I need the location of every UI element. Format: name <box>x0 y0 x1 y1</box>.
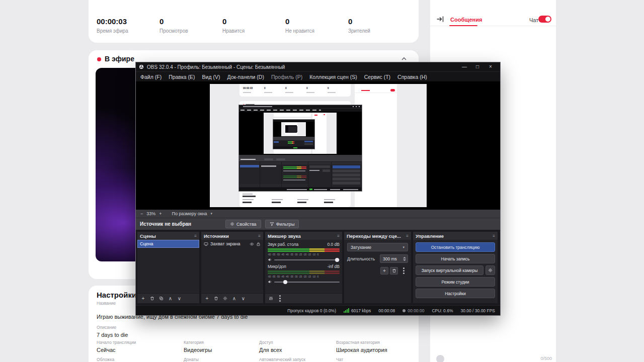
zoom-in-button[interactable]: + <box>159 211 162 216</box>
speaker-icon[interactable] <box>268 257 272 262</box>
source-item[interactable]: Захват экрана <box>201 240 263 248</box>
source-properties-button[interactable] <box>221 295 229 302</box>
preview-shape <box>361 90 370 91</box>
dock-menu-icon[interactable]: ≡ <box>337 234 340 238</box>
menu-help[interactable]: Справка (H) <box>394 74 431 80</box>
preview-shape <box>243 199 254 200</box>
dock-title: Сцены <box>140 233 156 239</box>
move-scene-up-button[interactable]: ∧ <box>166 295 175 302</box>
minimize-button[interactable]: — <box>458 62 471 71</box>
collapse-panel-icon[interactable] <box>436 15 444 23</box>
chevron-down-icon[interactable]: ▾ <box>211 212 213 216</box>
menu-view[interactable]: Вид (V) <box>199 74 224 80</box>
maximize-button[interactable]: □ <box>471 62 484 71</box>
transition-more-button[interactable] <box>399 267 408 275</box>
dock-title: Переходы между сце... <box>347 233 401 239</box>
remove-transition-button[interactable] <box>390 267 398 275</box>
preview-shape <box>333 173 360 176</box>
preview-shape <box>260 162 281 164</box>
move-scene-down-button[interactable]: ∨ <box>175 295 184 302</box>
preview-shape <box>323 169 330 172</box>
transition-select[interactable]: Затухание ▾ <box>347 243 408 251</box>
bitrate-text: 6017 kbps <box>351 308 371 313</box>
move-source-down-button[interactable]: ∨ <box>239 295 248 302</box>
lock-icon[interactable] <box>256 242 261 246</box>
add-scene-button[interactable]: + <box>139 295 147 302</box>
zoom-fit-select[interactable]: По размеру окна <box>172 211 207 216</box>
stop-streaming-button[interactable]: Остановить трансляцию <box>416 242 495 252</box>
zoom-out-button[interactable]: − <box>140 211 143 216</box>
field-value[interactable]: 7 days to die <box>97 332 128 338</box>
field-start-time: Начало трансляции Сейчас <box>97 340 136 353</box>
scene-item-selected[interactable]: Сцена <box>137 240 199 248</box>
advanced-audio-button[interactable] <box>267 295 275 302</box>
add-source-button[interactable]: + <box>203 295 211 302</box>
dock-menu-icon[interactable]: ≡ <box>258 234 261 238</box>
menu-edit[interactable]: Правка (E) <box>165 74 198 80</box>
menu-scene-collection[interactable]: Коллекция сцен (S) <box>306 74 361 80</box>
arrow-down-icon[interactable] <box>403 259 406 261</box>
preview-shape <box>287 189 307 190</box>
field-value[interactable]: Для всех <box>259 347 282 353</box>
duplicate-scene-button[interactable] <box>157 295 166 302</box>
virtual-camera-config-button[interactable] <box>486 265 495 275</box>
obs-preview-image: 00:00:03 0 0 0 0 <box>210 84 427 207</box>
fps-text: 30.00 / 30.00 FPS <box>460 308 495 313</box>
scenes-dock: Сцены ≡ Сцена + ∧ ∨ <box>137 231 200 304</box>
meter-scale: -60 -55 -50 -45 -40 -35 -30 -25 -20 -15 … <box>268 253 340 256</box>
dock-menu-icon[interactable]: ≡ <box>194 234 197 238</box>
stats-row: 00:00:03 Время эфира 0 Просмотров 0 Нрав… <box>97 17 411 34</box>
mixer-more-button[interactable] <box>276 295 284 302</box>
start-recording-button[interactable]: Начать запись <box>416 254 495 263</box>
slider-handle[interactable] <box>283 280 287 284</box>
spinner-arrows[interactable] <box>401 257 408 261</box>
arrow-up-icon[interactable] <box>403 257 406 258</box>
collapse-section-icon[interactable] <box>400 55 408 62</box>
menu-profile[interactable]: Профиль (P) <box>268 74 306 80</box>
filters-button[interactable]: Фильтры <box>265 220 299 228</box>
preview-shape <box>333 177 360 180</box>
settings-button[interactable]: Настройки <box>416 289 495 298</box>
stat-value: 0 <box>222 17 285 26</box>
scenes-dock-header[interactable]: Сцены ≡ <box>137 232 199 240</box>
add-transition-button[interactable]: + <box>380 267 388 275</box>
remove-source-button[interactable] <box>212 295 220 302</box>
volume-slider[interactable] <box>274 259 340 260</box>
menu-file[interactable]: Файл (F) <box>137 74 165 80</box>
dock-menu-icon[interactable]: ≡ <box>406 234 409 238</box>
menu-tools[interactable]: Сервис (T) <box>361 74 394 80</box>
mixer-dock-header[interactable]: Микшер звука ≡ <box>265 232 342 240</box>
speaker-icon[interactable] <box>268 280 272 284</box>
chat-toggle[interactable] <box>538 16 551 23</box>
field-value[interactable]: Сейчас <box>97 347 136 353</box>
remove-scene-button[interactable] <box>148 295 156 302</box>
preview-shape: 0 <box>264 87 266 89</box>
menu-docks[interactable]: Док-панели (D) <box>223 74 267 80</box>
transitions-dock: Переходы между сце... ≡ Затухание ▾ Длит… <box>344 231 412 304</box>
sources-dock-header[interactable]: Источники ≡ <box>201 232 263 240</box>
close-button[interactable]: × <box>484 62 497 71</box>
controls-body: Остановить трансляцию Начать запись Запу… <box>413 240 498 303</box>
trash-icon <box>392 268 396 273</box>
tab-active-indicator <box>449 25 477 26</box>
obs-preview-canvas[interactable]: 00:00:03 0 0 0 0 <box>136 81 500 210</box>
stat-label: Время эфира <box>97 28 159 34</box>
eye-icon[interactable] <box>250 242 254 246</box>
virtual-camera-button[interactable]: Запуск виртуальной камеры <box>416 265 484 275</box>
field-value[interactable]: Видеоигры <box>184 347 212 353</box>
dock-menu-icon[interactable]: ≡ <box>493 234 495 238</box>
controls-dock-header[interactable]: Управление ≡ <box>413 232 498 240</box>
properties-button[interactable]: Свойства <box>225 220 261 228</box>
preview-shape <box>283 168 306 169</box>
preview-shape <box>308 162 331 164</box>
field-category: Категория Видеоигры <box>184 340 212 353</box>
obs-titlebar[interactable]: OBS 32.0.4 - Профиль: Безымянный - Сцены… <box>136 62 500 71</box>
transitions-dock-header[interactable]: Переходы между сце... ≡ <box>344 232 411 240</box>
field-value[interactable]: Широкая аудитория <box>336 347 387 353</box>
move-source-up-button[interactable]: ∧ <box>230 295 238 302</box>
tab-messages[interactable]: Сообщения <box>450 17 482 23</box>
slider-handle[interactable] <box>335 258 339 262</box>
volume-slider[interactable] <box>274 282 340 283</box>
duration-spinner[interactable]: 300 ms <box>380 254 408 263</box>
studio-mode-button[interactable]: Режим студии <box>416 277 495 287</box>
